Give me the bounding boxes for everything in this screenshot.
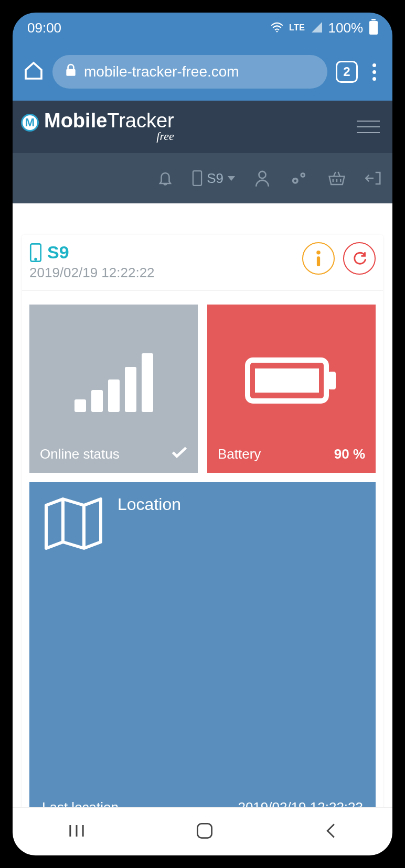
info-button[interactable]: [302, 242, 335, 275]
tab-count-button[interactable]: 2: [336, 61, 358, 83]
svg-rect-13: [255, 368, 319, 393]
device-selector-label: S9: [207, 170, 223, 187]
device-selector[interactable]: S9: [192, 170, 235, 187]
url-text: mobile-tracker-free.com: [84, 63, 239, 80]
profile-icon[interactable]: [254, 169, 271, 187]
online-status-label: Online status: [40, 446, 120, 462]
content-area: S9 2019/02/19 12:22:22: [13, 203, 392, 807]
chevron-down-icon: [228, 176, 235, 181]
back-button[interactable]: [324, 822, 337, 841]
lock-icon: [65, 63, 77, 81]
battery-value: 90 %: [334, 446, 365, 462]
svg-rect-11: [317, 256, 320, 266]
phone-screen: 09:00 LTE 100% mobil: [13, 13, 392, 855]
svg-rect-2: [193, 171, 201, 186]
signal-icon: [40, 315, 187, 446]
url-bar[interactable]: mobile-tracker-free.com: [52, 55, 327, 89]
info-icon: [315, 251, 322, 266]
svg-point-3: [259, 171, 265, 178]
phone-frame: 09:00 LTE 100% mobil: [0, 0, 405, 868]
map-icon: [42, 495, 105, 555]
system-nav-bar: [13, 807, 392, 855]
last-location-label: Last location: [42, 799, 119, 807]
refresh-icon: [352, 251, 367, 266]
check-icon: [172, 446, 187, 462]
home-button[interactable]: [196, 822, 214, 842]
last-location-timestamp: 2019/02/19 12:22:23: [238, 799, 363, 807]
recents-button[interactable]: [68, 823, 86, 841]
settings-icon[interactable]: [290, 170, 308, 187]
menu-button[interactable]: [357, 121, 380, 133]
refresh-button[interactable]: [343, 242, 376, 275]
svg-rect-1: [66, 69, 75, 75]
phone-icon: [29, 243, 42, 262]
battery-tile-icon: [218, 315, 365, 446]
sub-nav: S9: [13, 153, 392, 203]
logo-text: MobileTracker: [44, 111, 174, 131]
wifi-icon: [270, 20, 284, 36]
status-time: 09:00: [27, 20, 61, 36]
status-bar: 09:00 LTE 100%: [13, 13, 392, 43]
tiles-row: Online status Battery 90 %: [29, 305, 376, 473]
tile-battery[interactable]: Battery 90 %: [207, 305, 376, 473]
logo-badge-icon: M: [21, 114, 39, 132]
svg-point-7: [302, 174, 304, 176]
logout-icon[interactable]: [365, 170, 382, 186]
device-name: S9: [47, 242, 69, 263]
svg-point-10: [316, 251, 321, 255]
network-label: LTE: [289, 23, 305, 32]
cell-signal-icon: [311, 20, 323, 36]
app-header: M MobileTracker free: [13, 101, 392, 153]
device-timestamp: 2019/02/19 12:22:22: [29, 265, 155, 281]
tab-count-value: 2: [343, 64, 350, 79]
status-right: LTE 100%: [270, 20, 378, 36]
browser-menu-icon[interactable]: [366, 63, 382, 81]
device-title: S9: [29, 242, 155, 263]
tile-location[interactable]: Location Last location 2019/02/19 12:22:…: [29, 482, 376, 807]
tile-online-status[interactable]: Online status: [29, 305, 198, 473]
panel-header: S9 2019/02/19 12:22:22: [29, 242, 376, 281]
battery-icon: [369, 21, 378, 35]
app-logo[interactable]: M MobileTracker free: [21, 111, 174, 143]
device-panel: S9 2019/02/19 12:22:22: [22, 235, 383, 807]
basket-icon[interactable]: [327, 170, 346, 186]
svg-rect-14: [328, 372, 336, 389]
browser-bar: mobile-tracker-free.com 2: [13, 43, 392, 101]
svg-point-9: [35, 258, 37, 260]
svg-rect-18: [197, 823, 211, 838]
svg-point-0: [276, 30, 278, 32]
notifications-icon[interactable]: [157, 169, 173, 187]
battery-percent: 100%: [328, 20, 364, 36]
home-icon[interactable]: [23, 60, 44, 83]
location-title: Location: [118, 495, 181, 514]
battery-label: Battery: [218, 446, 261, 462]
